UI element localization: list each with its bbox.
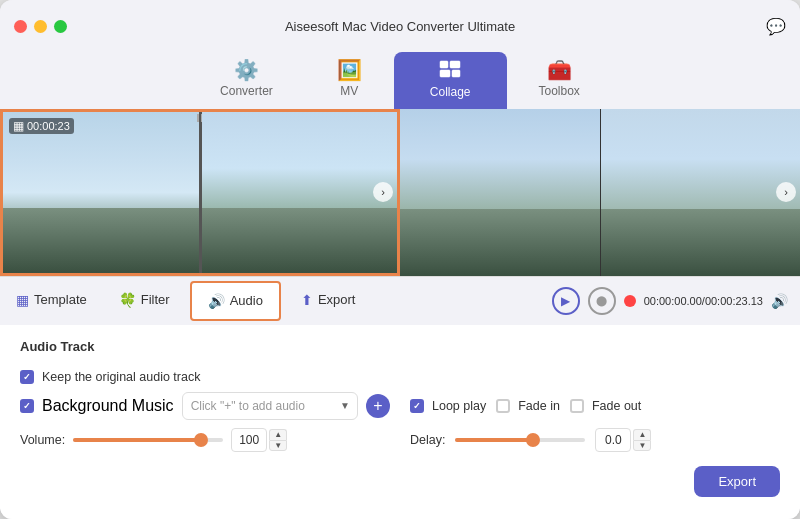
tab-converter-label: Converter (220, 84, 273, 98)
svg-rect-1 (450, 61, 460, 68)
loop-play-checkbox[interactable] (410, 399, 424, 413)
video-panel-4 (601, 109, 801, 276)
right-arrow-2[interactable]: › (776, 182, 796, 202)
bg-music-label: Background Music (42, 397, 174, 415)
bg-music-checkbox[interactable] (20, 399, 34, 413)
delay-label: Delay: (410, 433, 445, 447)
tab-toolbox-label: Toolbox (539, 84, 580, 98)
keep-original-checkbox[interactable] (20, 370, 34, 384)
volume-left: Volume: 100 ▲ ▼ (20, 428, 390, 452)
audio-file-select[interactable]: Click "+" to add audio (182, 392, 358, 420)
delay-slider-thumb[interactable] (526, 433, 540, 447)
delay-slider-container (455, 438, 585, 442)
play-button[interactable]: ▶ (552, 287, 580, 315)
tab-collage-label: Collage (430, 85, 471, 99)
bottom-actions: Export (20, 462, 780, 497)
delay-stepper[interactable]: ▲ ▼ (633, 429, 651, 451)
tab-filter[interactable]: 🍀 Filter (103, 277, 186, 325)
tab-toolbox[interactable]: 🧰 Toolbox (507, 52, 612, 109)
bottom-tabs-bar: ▦ Template 🍀 Filter 🔊 Audio ⬆ Export ▶ ⬤… (0, 276, 800, 325)
tab-converter[interactable]: ⚙️ Converter (188, 52, 305, 109)
video-panel-1: ▦ 00:00:23 (3, 112, 199, 273)
svg-rect-2 (440, 70, 450, 77)
stop-button[interactable]: ⬤ (588, 287, 616, 315)
volume-value-group: 100 ▲ ▼ (231, 428, 287, 452)
minimize-button[interactable] (34, 20, 47, 33)
audio-icon: 🔊 (208, 293, 225, 309)
right-arrow[interactable]: › (373, 182, 393, 202)
tab-mv[interactable]: 🖼️ MV (305, 52, 394, 109)
fade-out-label: Fade out (592, 399, 641, 413)
volume-value: 100 (231, 428, 267, 452)
volume-slider-fill (73, 438, 201, 442)
audio-settings: Keep the original audio track Background… (20, 370, 780, 452)
video-left-panel[interactable]: ▦ 00:00:23 › (0, 109, 400, 276)
delay-value-group: 0.0 ▲ ▼ (595, 428, 651, 452)
svg-rect-3 (452, 70, 460, 77)
volume-down[interactable]: ▼ (269, 440, 287, 451)
audio-options-right: Loop play Fade in Fade out (390, 399, 780, 413)
volume-stepper[interactable]: ▲ ▼ (269, 429, 287, 451)
loop-play-label: Loop play (432, 399, 486, 413)
export-tab-icon: ⬆ (301, 292, 313, 308)
tab-filter-label: Filter (141, 292, 170, 307)
volume-icon[interactable]: 🔊 (771, 293, 788, 309)
tab-mv-label: MV (340, 84, 358, 98)
loop-play-row: Loop play (410, 399, 486, 413)
timeline-display: 00:00:00.00/00:00:23.13 (644, 295, 763, 307)
keep-original-row: Keep the original audio track (20, 370, 780, 384)
fade-out-checkbox[interactable] (570, 399, 584, 413)
tab-export[interactable]: ⬆ Export (285, 277, 372, 325)
fade-in-checkbox[interactable] (496, 399, 510, 413)
fade-out-row: Fade out (570, 399, 641, 413)
toolbox-icon: 🧰 (547, 60, 572, 80)
collage-icon (439, 60, 461, 81)
audio-dropdown-wrapper: Click "+" to add audio ▼ (182, 392, 358, 420)
delay-slider-track[interactable] (455, 438, 585, 442)
converter-icon: ⚙️ (234, 60, 259, 80)
tab-audio-label: Audio (230, 293, 263, 308)
tab-collage[interactable]: Collage (394, 52, 507, 109)
add-audio-button[interactable]: + (366, 394, 390, 418)
delay-down[interactable]: ▼ (633, 440, 651, 451)
volume-delay-row: Volume: 100 ▲ ▼ (20, 428, 780, 452)
window-title: Aiseesoft Mac Video Converter Ultimate (285, 19, 515, 34)
keep-original-label: Keep the original audio track (42, 370, 200, 384)
delay-up[interactable]: ▲ (633, 429, 651, 440)
bg-music-options-row: Background Music Click "+" to add audio … (20, 392, 780, 420)
video-timestamp: ▦ 00:00:23 (9, 118, 74, 134)
record-indicator (624, 295, 636, 307)
volume-slider-thumb[interactable] (194, 433, 208, 447)
playback-controls: ▶ ⬤ 00:00:00.00/00:00:23.13 🔊 (388, 287, 800, 315)
filter-icon: 🍀 (119, 292, 136, 308)
bg-music-left: Background Music Click "+" to add audio … (20, 392, 390, 420)
bottom-tab-group: ▦ Template 🍀 Filter 🔊 Audio ⬆ Export (0, 277, 388, 325)
tab-audio[interactable]: 🔊 Audio (190, 281, 281, 321)
close-button[interactable] (14, 20, 27, 33)
video-right-panel[interactable]: › (400, 109, 800, 276)
delay-value: 0.0 (595, 428, 631, 452)
tab-export-label: Export (318, 292, 356, 307)
video-panel-2 (202, 112, 398, 273)
volume-label: Volume: (20, 433, 65, 447)
volume-up[interactable]: ▲ (269, 429, 287, 440)
delay-right: Delay: 0.0 ▲ ▼ (390, 428, 780, 452)
volume-slider-track[interactable] (73, 438, 223, 442)
template-icon: ▦ (16, 292, 29, 308)
mv-icon: 🖼️ (337, 60, 362, 80)
titlebar: Aiseesoft Mac Video Converter Ultimate 💬 (0, 0, 800, 52)
fade-in-label: Fade in (518, 399, 560, 413)
maximize-button[interactable] (54, 20, 67, 33)
video-area: ▦ 00:00:23 › › (0, 109, 800, 276)
export-button[interactable]: Export (694, 466, 780, 497)
content-area: Audio Track Keep the original audio trac… (0, 325, 800, 520)
tab-template[interactable]: ▦ Template (0, 277, 103, 325)
fade-in-row: Fade in (496, 399, 560, 413)
chat-icon[interactable]: 💬 (766, 17, 786, 36)
volume-slider-container (73, 438, 223, 442)
app-window: Aiseesoft Mac Video Converter Ultimate 💬… (0, 0, 800, 519)
traffic-lights (14, 20, 67, 33)
tab-template-label: Template (34, 292, 87, 307)
section-title: Audio Track (20, 339, 780, 354)
svg-rect-0 (440, 61, 448, 68)
